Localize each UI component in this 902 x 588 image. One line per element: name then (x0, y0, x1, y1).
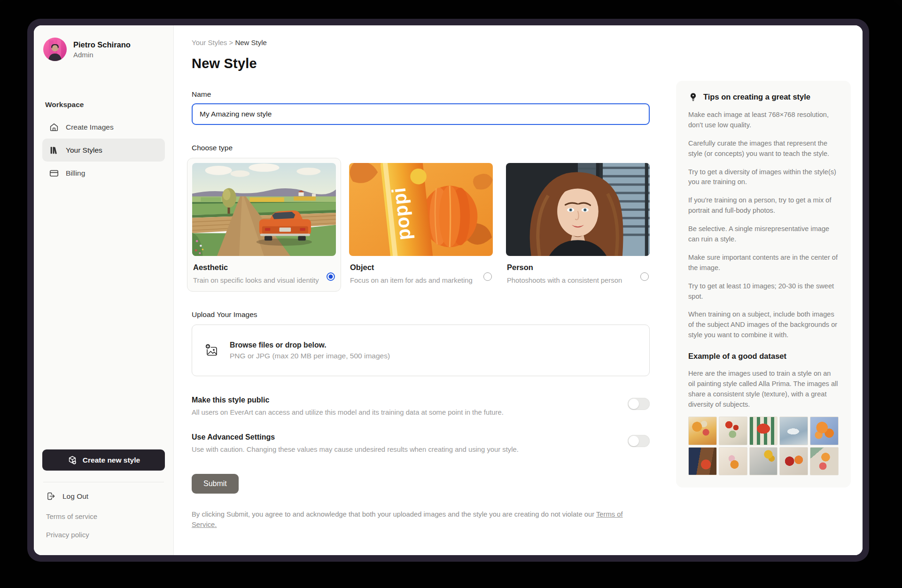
advanced-toggle-title: Use Advanced Settings (192, 433, 609, 441)
create-new-style-label: Create new style (83, 456, 140, 464)
dataset-thumbnail-flowers-in-vase (688, 417, 717, 445)
sidebar-item-your-styles[interactable]: Your Styles (42, 139, 165, 162)
sidebar-item-create-images[interactable]: Create Images (42, 116, 165, 139)
terms-disclaimer: By clicking Submit, you agree to and ack… (192, 510, 650, 530)
object-description: Focus on an item for ads and marketing (350, 276, 479, 285)
object-card-image: poppi (349, 163, 493, 256)
dataset-thumbnail-grid (688, 417, 839, 476)
aesthetic-title: Aesthetic (193, 263, 322, 272)
breadcrumb: Your Styles > New Style (192, 39, 650, 46)
breadcrumb-current: New Style (235, 39, 267, 46)
sidebar-spacer (42, 185, 165, 449)
advanced-toggle-switch[interactable] (628, 435, 650, 447)
credit-card-icon (49, 168, 59, 178)
person-description: Photoshoots with a consistent person (507, 276, 636, 285)
dataset-thumbnail-sunflowers-and-bottles (749, 447, 778, 476)
advanced-toggle-description: Use with caution. Changing these values … (192, 446, 609, 453)
public-toggle-switch[interactable] (628, 398, 650, 410)
terms-text: By clicking Submit, you agree to and ack… (192, 511, 596, 518)
upload-subtitle: PNG or JPG (max 20 MB per image, 500 ima… (230, 352, 390, 360)
dataset-thumbnail-citrus-on-table (810, 447, 839, 476)
cube-plus-icon (67, 455, 78, 465)
public-toggle-row: Make this style public All users on Ever… (192, 396, 650, 416)
example-dataset-text: Here are the images used to train a styl… (688, 369, 839, 410)
user-profile[interactable]: Pietro Schirano Admin (42, 38, 165, 61)
sidebar-item-billing[interactable]: Billing (42, 162, 165, 185)
app-window: Pietro Schirano Admin Workspace Create I… (27, 19, 869, 562)
upload-dropzone[interactable]: Browse files or drop below. PNG or JPG (… (192, 325, 650, 376)
person-card-image (506, 163, 650, 256)
logout-icon (46, 491, 56, 501)
object-card-body: Object Focus on an item for ads and mark… (349, 263, 493, 285)
dataset-thumbnail-berries-and-citrus (779, 447, 808, 476)
name-label: Name (192, 90, 650, 99)
desktop-background: Pietro Schirano Admin Workspace Create I… (0, 0, 902, 588)
logout-label: Log Out (62, 492, 88, 501)
breadcrumb-separator: > (229, 39, 233, 46)
breadcrumb-your-styles[interactable]: Your Styles (192, 39, 227, 46)
sidebar: Pietro Schirano Admin Workspace Create I… (34, 25, 174, 555)
type-card-person[interactable]: Person Photoshoots with a consistent per… (501, 158, 655, 292)
tip-item: If you're training on a person, try to g… (688, 195, 839, 216)
workspace-label: Workspace (45, 101, 165, 109)
logout-button[interactable]: Log Out (42, 485, 165, 507)
tips-panel: Tips on creating a great style Make each… (676, 81, 851, 487)
dataset-thumbnail-orange-slices-bowl (810, 417, 839, 445)
avatar (43, 38, 67, 61)
tip-item: Be selective. A single misrepresentative… (688, 224, 839, 245)
object-radio[interactable] (483, 272, 492, 281)
nav-label: Billing (66, 169, 85, 178)
tip-item: When training on a subject, include both… (688, 309, 839, 340)
person-title: Person (507, 263, 636, 272)
user-role: Admin (73, 51, 131, 59)
lightbulb-icon (688, 92, 698, 102)
aesthetic-card-body: Aesthetic Train on specific looks and vi… (192, 263, 336, 285)
user-name: Pietro Schirano (73, 40, 131, 49)
tip-item: Make each image at least 768×768 resolut… (688, 110, 839, 131)
tip-item: Try to get at least 10 images; 20-30 is … (688, 281, 839, 302)
privacy-policy-link[interactable]: Privacy policy (42, 526, 165, 544)
public-toggle-description: All users on EverArt can access and util… (192, 409, 609, 416)
everart-app: Pietro Schirano Admin Workspace Create I… (34, 25, 863, 555)
tips-header: Tips on creating a great style (688, 92, 839, 102)
new-style-form: Your Styles > New Style New Style Name C… (192, 25, 650, 555)
dataset-thumbnail-red-tulips (719, 417, 747, 445)
example-dataset-title: Example of a good dataset (688, 352, 839, 361)
dataset-thumbnail-watermelon-slices (749, 417, 778, 445)
person-radio[interactable] (640, 272, 649, 281)
style-name-input[interactable] (192, 103, 650, 125)
upload-texts: Browse files or drop below. PNG or JPG (… (230, 341, 390, 360)
type-card-aesthetic[interactable]: Aesthetic Train on specific looks and vi… (187, 158, 341, 292)
image-plus-icon (204, 343, 219, 358)
public-toggle-title: Make this style public (192, 396, 609, 404)
tip-item: Make sure important contents are in the … (688, 253, 839, 273)
tip-item: Carefully curate the images that represe… (688, 139, 839, 159)
object-title: Object (350, 263, 479, 272)
aesthetic-radio[interactable] (327, 272, 335, 281)
submit-button[interactable]: Submit (192, 474, 239, 494)
aesthetic-card-image (192, 163, 336, 256)
upload-label: Upload Your Images (192, 310, 650, 319)
choose-type-label: Choose type (192, 144, 650, 152)
upload-title: Browse files or drop below. (230, 341, 390, 349)
dataset-thumbnail-persimmon-and-bottle (688, 447, 717, 476)
nav-label: Create Images (66, 123, 114, 132)
aesthetic-description: Train on specific looks and visual ident… (193, 276, 322, 285)
sidebar-nav: Create Images Your Styles Billing (42, 116, 165, 185)
advanced-toggle-row: Use Advanced Settings Use with caution. … (192, 433, 650, 453)
profile-text: Pietro Schirano Admin (73, 40, 131, 59)
type-card-object[interactable]: poppi Object Focus on an item for ads an… (344, 158, 498, 292)
toggle-knob (629, 399, 639, 409)
page-title: New Style (192, 56, 650, 71)
type-cards: Aesthetic Train on specific looks and vi… (187, 158, 655, 292)
sidebar-divider (43, 482, 164, 482)
tips-title: Tips on creating a great style (703, 93, 810, 101)
dataset-thumbnail-cocktail-glass (719, 447, 747, 476)
create-new-style-button[interactable]: Create new style (42, 449, 165, 471)
main-content: Your Styles > New Style New Style Name C… (174, 25, 863, 555)
nav-label: Your Styles (66, 146, 102, 155)
terms-of-service-link[interactable]: Terms of service (42, 507, 165, 526)
person-card-body: Person Photoshoots with a consistent per… (506, 263, 650, 285)
tip-item: Try to get a diversity of images within … (688, 167, 839, 188)
toggle-knob (629, 436, 639, 446)
